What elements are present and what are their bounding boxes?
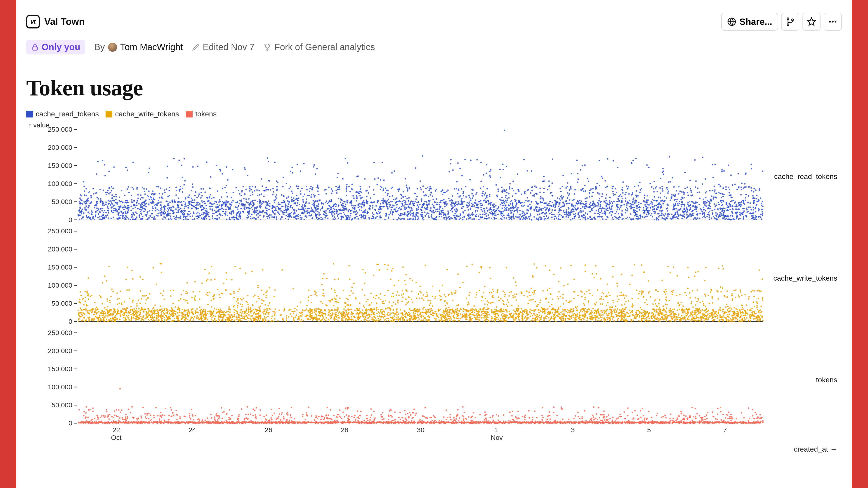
svg-point-3761 (686, 214, 688, 216)
share-button[interactable]: Share... (721, 13, 778, 31)
svg-point-2075 (456, 210, 458, 212)
svg-point-7 (835, 21, 836, 23)
svg-point-6459 (506, 299, 508, 300)
svg-point-2788 (558, 219, 560, 220)
svg-point-4857 (205, 313, 207, 315)
svg-point-10487 (706, 418, 708, 420)
svg-point-6779 (588, 300, 589, 302)
svg-point-5400 (315, 317, 317, 319)
svg-point-1866 (405, 207, 407, 209)
svg-point-2167 (426, 207, 428, 208)
svg-point-10695 (736, 422, 738, 424)
author-meta[interactable]: By Tom MacWright (94, 42, 183, 52)
svg-point-6485 (506, 309, 507, 311)
svg-text:3: 3 (571, 426, 575, 433)
svg-point-361 (146, 214, 147, 215)
svg-point-2515 (508, 219, 510, 220)
svg-point-9103 (351, 422, 352, 423)
svg-point-1605 (351, 184, 353, 185)
more-button[interactable] (824, 13, 842, 31)
svg-point-177 (113, 210, 114, 211)
svg-point-8448 (211, 417, 212, 419)
svg-point-3308 (633, 210, 635, 212)
svg-point-9856 (553, 406, 555, 408)
svg-point-1901 (416, 210, 417, 211)
svg-point-727 (210, 176, 211, 177)
svg-point-9739 (510, 422, 512, 423)
svg-point-959 (247, 202, 249, 203)
svg-point-4625 (184, 315, 186, 316)
svg-point-239 (102, 160, 103, 161)
svg-point-8990 (357, 411, 358, 412)
svg-point-662 (188, 211, 190, 212)
svg-point-4146 (86, 320, 87, 321)
svg-point-1702 (357, 191, 359, 193)
svg-point-2851 (551, 212, 552, 213)
svg-point-889 (205, 213, 206, 214)
legend-swatch (26, 111, 33, 118)
svg-point-4745 (193, 318, 194, 319)
svg-point-2308 (486, 207, 487, 209)
svg-point-3989 (746, 216, 747, 217)
svg-point-2282 (475, 214, 477, 215)
svg-point-4658 (171, 313, 173, 314)
svg-point-3117 (618, 219, 619, 220)
svg-point-2891 (605, 214, 606, 215)
svg-point-871 (197, 216, 199, 217)
svg-point-7304 (659, 321, 660, 322)
svg-point-5156 (268, 313, 269, 315)
svg-point-1786 (350, 215, 351, 217)
svg-point-4958 (236, 319, 238, 320)
svg-point-4430 (135, 308, 137, 309)
svg-point-7587 (708, 310, 709, 311)
svg-point-3729 (716, 219, 718, 220)
svg-point-4184 (83, 304, 85, 305)
svg-point-7998 (87, 422, 88, 423)
svg-point-3194 (631, 204, 632, 205)
svg-point-3456 (673, 195, 674, 196)
svg-point-8814 (341, 418, 342, 419)
svg-point-2440 (472, 197, 473, 199)
svg-point-3055 (600, 206, 601, 207)
git-branch-button[interactable] (781, 13, 799, 31)
svg-point-1314 (281, 202, 282, 203)
svg-point-2722 (562, 186, 563, 187)
svg-point-4140 (80, 307, 81, 309)
svg-point-1179 (305, 207, 306, 209)
svg-point-3251 (629, 217, 630, 218)
svg-point-6708 (539, 317, 540, 318)
svg-point-4713 (211, 300, 212, 301)
svg-point-4650 (187, 319, 188, 320)
svg-point-3760 (696, 202, 698, 203)
svg-point-1202 (288, 201, 290, 202)
svg-point-1974 (403, 218, 404, 219)
svg-point-6343 (501, 314, 502, 316)
svg-point-5362 (322, 289, 324, 291)
svg-point-4998 (251, 271, 253, 272)
privacy-badge[interactable]: Only you (26, 40, 85, 55)
fork-meta[interactable]: Fork of General analytics (264, 42, 375, 52)
svg-point-3705 (716, 197, 717, 198)
svg-point-4405 (140, 290, 141, 292)
svg-point-2261 (461, 198, 463, 199)
svg-point-6236 (471, 264, 473, 265)
svg-point-8857 (342, 412, 344, 413)
svg-point-2393 (491, 210, 492, 212)
svg-point-7433 (695, 315, 697, 317)
svg-point-2938 (604, 180, 606, 182)
svg-point-8219 (191, 409, 192, 410)
svg-point-4391 (124, 301, 125, 302)
svg-point-1117 (231, 217, 232, 218)
svg-point-2987 (581, 211, 582, 213)
svg-point-535 (158, 200, 159, 201)
svg-point-1948 (412, 219, 413, 220)
star-button[interactable] (802, 13, 820, 31)
svg-text:50,000: 50,000 (52, 198, 72, 205)
svg-point-1072 (241, 203, 243, 204)
svg-point-4856 (203, 308, 205, 310)
svg-point-4622 (170, 310, 172, 311)
svg-point-8156 (134, 422, 135, 423)
svg-point-3433 (674, 199, 676, 200)
svg-point-9743 (507, 422, 508, 423)
svg-point-6478 (530, 316, 531, 317)
